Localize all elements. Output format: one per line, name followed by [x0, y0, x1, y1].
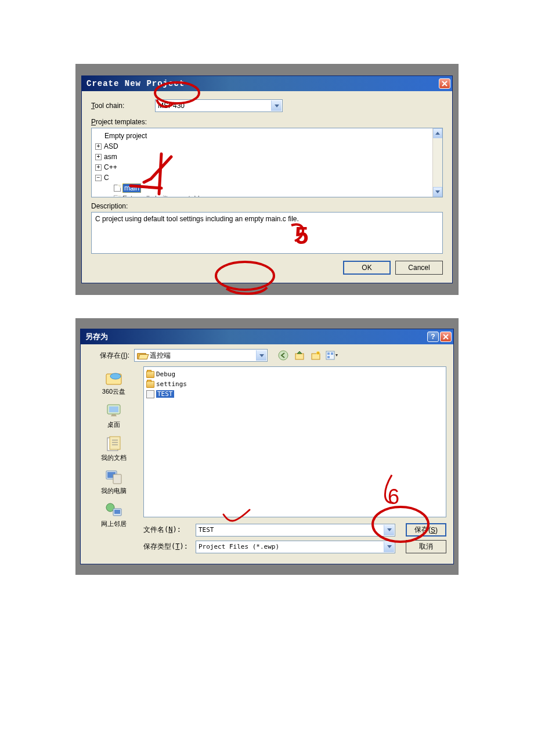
description-text: C project using default tool settings in… — [95, 215, 299, 223]
cancel-button[interactable]: 取消 — [406, 540, 446, 553]
dialog-title: Create New Project — [86, 79, 185, 88]
create-new-project-dialog: Create New Project Tool chain: MSP430 — [81, 75, 453, 283]
scroll-up-icon[interactable] — [433, 128, 442, 138]
filetype-label: 保存类型(T): — [143, 542, 196, 552]
list-item[interactable]: TEST — [146, 389, 443, 399]
new-folder-button[interactable] — [309, 349, 322, 362]
places-bar: 360云盘 桌面 我的文档 我的电脑 — [88, 366, 140, 557]
titlebar[interactable]: 另存为 ? — [81, 329, 453, 344]
chevron-down-icon — [271, 100, 282, 111]
help-button[interactable]: ? — [427, 332, 439, 342]
toolchain-select[interactable]: MSP430 — [155, 99, 283, 112]
filename-input[interactable]: TEST — [196, 524, 395, 537]
svg-rect-14 — [109, 406, 118, 412]
up-one-level-button[interactable] — [293, 349, 306, 362]
svg-rect-8 — [327, 352, 330, 355]
list-item[interactable]: settings — [146, 379, 443, 389]
save-as-dialog: 另存为 ? 保存在(I): 遥控端 — [80, 329, 454, 564]
list-item[interactable]: Debug — [146, 369, 443, 379]
tree-item-ext[interactable]: Externally built executable — [122, 195, 203, 197]
save-in-select[interactable]: 遥控端 — [134, 349, 268, 362]
expand-icon[interactable]: + — [95, 154, 102, 160]
network-icon — [104, 501, 124, 519]
folder-open-icon — [137, 351, 147, 359]
close-icon — [442, 81, 448, 87]
close-button[interactable] — [439, 78, 450, 89]
document-icon — [114, 185, 121, 192]
documents-icon — [104, 435, 124, 452]
folder-icon — [146, 381, 154, 388]
toolchain-value: MSP430 — [158, 102, 185, 110]
save-button[interactable]: 保存(S) — [406, 523, 446, 537]
save-in-value: 遥控端 — [150, 351, 171, 361]
place-mycomputer[interactable]: 我的电脑 — [101, 468, 127, 495]
place-network[interactable]: 网上邻居 — [101, 501, 127, 528]
tree-item-c[interactable]: C — [104, 174, 109, 182]
filetype-select[interactable]: Project Files (*.ewp) — [196, 541, 395, 553]
computer-icon — [104, 468, 124, 485]
place-360cloud[interactable]: 360云盘 — [102, 369, 125, 396]
project-templates-label: Project templates: — [91, 118, 147, 126]
tree-item-main[interactable]: main — [122, 183, 141, 193]
place-desktop[interactable]: 桌面 — [104, 402, 124, 429]
expand-icon[interactable]: + — [95, 143, 102, 150]
scroll-down-icon[interactable] — [433, 187, 442, 197]
description-label: Description: — [91, 202, 443, 210]
file-list[interactable]: Debug settings TEST — [143, 366, 446, 517]
document-icon — [114, 195, 121, 197]
tree-item-asm[interactable]: asm — [104, 153, 117, 161]
expand-icon[interactable]: + — [95, 164, 102, 171]
view-menu-button[interactable] — [326, 349, 338, 362]
svg-rect-9 — [331, 352, 333, 355]
svg-rect-19 — [113, 474, 121, 484]
cancel-button[interactable]: Cancel — [395, 261, 443, 275]
description-box: C project using default tool settings in… — [91, 212, 443, 254]
toolchain-label: Tool chain: — [91, 102, 155, 110]
desktop-icon — [104, 402, 124, 419]
svg-point-12 — [110, 373, 121, 379]
ok-button[interactable]: OK — [343, 261, 391, 275]
dialog-title: 另存为 — [85, 332, 108, 342]
place-mydocs[interactable]: 我的文档 — [101, 435, 127, 462]
filename-label: 文件名(N): — [143, 525, 196, 535]
cloud-drive-icon — [104, 369, 124, 386]
close-button[interactable] — [440, 332, 452, 342]
chevron-down-icon — [256, 350, 266, 361]
tree-item-asd[interactable]: ASD — [104, 142, 118, 150]
scrollbar[interactable] — [432, 128, 442, 197]
folder-icon — [146, 371, 154, 378]
titlebar[interactable]: Create New Project — [82, 76, 452, 91]
chevron-down-icon — [384, 525, 394, 535]
file-icon — [146, 390, 154, 398]
svg-rect-10 — [327, 356, 330, 358]
svg-rect-22 — [114, 510, 120, 514]
close-icon — [443, 334, 449, 340]
tree-item-cpp[interactable]: C++ — [104, 163, 117, 171]
svg-rect-4 — [295, 354, 304, 359]
project-templates-tree[interactable]: Empty project +ASD +asm +C++ −C main Ext… — [91, 128, 443, 197]
collapse-icon[interactable]: − — [95, 175, 102, 181]
back-button[interactable] — [277, 349, 290, 362]
svg-rect-16 — [110, 437, 120, 449]
tree-item-empty[interactable]: Empty project — [104, 132, 147, 140]
svg-point-3 — [279, 351, 288, 360]
save-in-label: 保存在(I): — [88, 351, 134, 361]
chevron-down-icon — [384, 542, 394, 552]
